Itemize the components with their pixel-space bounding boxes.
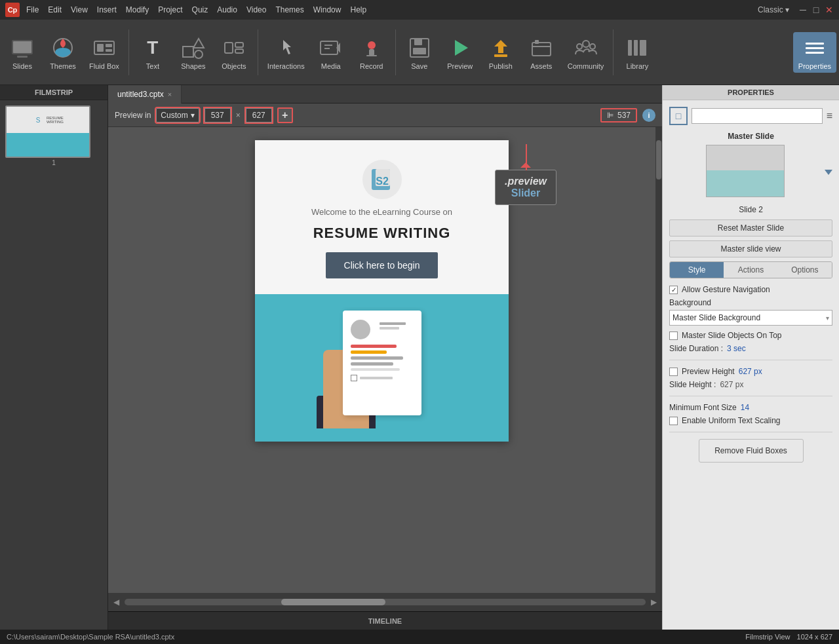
media-icon: [318, 35, 344, 61]
slides-label: Slides: [12, 62, 32, 70]
slide-begin-btn[interactable]: Click here to begin: [326, 252, 439, 278]
enable-scaling-checkbox[interactable]: [669, 417, 678, 425]
prop-square-btn[interactable]: □: [669, 107, 688, 125]
prop-list-icon[interactable]: ≡: [827, 110, 832, 122]
menu-themes[interactable]: Themes: [275, 5, 303, 14]
tab-actions[interactable]: Actions: [724, 262, 777, 278]
scroll-left-arrow[interactable]: ◀: [113, 597, 119, 607]
menu-video[interactable]: Video: [246, 5, 266, 14]
master-view-btn[interactable]: Master slide view: [669, 240, 832, 257]
tab-options[interactable]: Options: [778, 262, 832, 278]
toolbar-preview[interactable]: Preview: [440, 32, 480, 73]
master-slide-chevron[interactable]: [825, 170, 832, 175]
close-btn[interactable]: ✕: [825, 5, 834, 14]
svg-rect-25: [494, 54, 507, 57]
toolbar-fluid-box[interactable]: Fluid Box: [84, 32, 125, 73]
timeline-bar: TIMELINE: [108, 611, 662, 630]
menu-view[interactable]: View: [71, 5, 88, 14]
reset-master-btn[interactable]: Reset Master Slide: [669, 219, 832, 237]
toolbar-save[interactable]: Save: [400, 32, 439, 73]
preview-slider-indicator: ⊫ 537: [600, 108, 637, 123]
toolbar-shapes[interactable]: Shapes: [174, 32, 213, 73]
preview-label: Preview: [447, 62, 473, 70]
background-label: Background: [669, 298, 832, 307]
preview-height-checkbox[interactable]: [669, 368, 678, 376]
filmstrip-content: S RESUMEWRITING 1: [0, 100, 107, 630]
toolbar-objects[interactable]: Objects: [214, 32, 254, 73]
slide-duration-row: Slide Duration : 3 sec: [669, 344, 832, 353]
tab-close-btn[interactable]: ×: [168, 90, 172, 98]
preview-dropdown-arrow: ▾: [191, 111, 195, 120]
preview-dropdown-value: Custom: [161, 111, 187, 120]
menu-quiz[interactable]: Quiz: [192, 5, 208, 14]
toolbar-text[interactable]: T Text: [133, 32, 172, 73]
slide-height-row: Slide Height : 627 px: [669, 380, 832, 389]
toolbar-assets[interactable]: Assets: [522, 32, 561, 73]
menu-help[interactable]: Help: [350, 5, 366, 14]
svg-rect-22: [414, 39, 422, 45]
tooltip-text2: Slider: [505, 187, 547, 199]
menu-project[interactable]: Project: [158, 5, 182, 14]
toolbar-divider-3: [395, 29, 396, 75]
preview-width-input[interactable]: [205, 108, 231, 123]
menu-edit[interactable]: Edit: [48, 5, 62, 14]
scroll-right-arrow[interactable]: ▶: [651, 597, 657, 607]
enable-scaling-row: Enable Uniform Text Scaling: [669, 416, 832, 425]
prop-divider-1: [669, 360, 832, 360]
library-label: Library: [627, 62, 649, 70]
toolbar-record[interactable]: Record: [352, 32, 391, 73]
canvas-bottom-scroll: ◀ ▶: [108, 593, 662, 611]
preview-fit-btn[interactable]: +: [277, 107, 293, 123]
menu-insert[interactable]: Insert: [97, 5, 117, 14]
menu-audio[interactable]: Audio: [217, 5, 237, 14]
info-btn[interactable]: i: [642, 109, 655, 122]
maximize-btn[interactable]: □: [811, 5, 821, 14]
toolbar-slides[interactable]: Slides: [3, 32, 42, 73]
prop-name-input[interactable]: [692, 108, 823, 124]
interactions-label: Interactions: [267, 62, 305, 70]
toolbar-publish[interactable]: Publish: [481, 32, 520, 73]
filmstrip-item-1[interactable]: S RESUMEWRITING 1: [5, 105, 102, 166]
toolbar-interactions[interactable]: Interactions: [262, 32, 310, 73]
toolbar-themes[interactable]: Themes: [43, 32, 83, 73]
fluid-box-label: Fluid Box: [89, 62, 119, 70]
scroll-track[interactable]: [125, 599, 646, 605]
toolbar-community[interactable]: Community: [562, 32, 610, 73]
svg-marker-24: [455, 40, 468, 56]
master-objects-checkbox[interactable]: [669, 331, 678, 340]
svg-point-28: [583, 41, 589, 47]
slide-content: S2 Welcome to the eLearning Course on RE…: [255, 140, 509, 442]
minimize-btn[interactable]: ─: [798, 5, 808, 14]
preview-in-label: Preview in: [115, 111, 151, 120]
svg-rect-1: [13, 41, 31, 53]
svg-rect-31: [628, 40, 632, 56]
menu-window[interactable]: Window: [313, 5, 341, 14]
svg-rect-2: [17, 56, 28, 58]
toolbar-library[interactable]: Library: [617, 32, 657, 73]
toolbar-media[interactable]: Media: [311, 32, 351, 73]
menu-modify[interactable]: Modify: [126, 5, 149, 14]
preview-dropdown[interactable]: Custom ▾: [156, 108, 199, 123]
save-label: Save: [411, 62, 427, 70]
filmstrip-panel: FILMSTRIP S RESUMEWRITING 1: [0, 85, 108, 630]
media-label: Media: [321, 62, 341, 70]
classic-label[interactable]: Classic ▾: [758, 5, 789, 14]
publish-label: Publish: [489, 62, 513, 70]
menu-file[interactable]: File: [26, 5, 39, 14]
filmstrip-thumb-1: S RESUMEWRITING: [5, 105, 90, 158]
remove-fluid-boxes-btn[interactable]: Remove Fluid Boxes: [699, 439, 804, 463]
background-dropdown[interactable]: Master Slide Background ▾: [669, 310, 832, 326]
toolbar-properties[interactable]: Properties: [793, 32, 836, 73]
tab-style[interactable]: Style: [670, 262, 724, 278]
thumb-text: RESUMEWRITING: [47, 116, 64, 124]
prop-divider-2: [669, 396, 832, 396]
allow-gesture-checkbox[interactable]: [669, 286, 678, 294]
preview-height-input[interactable]: [246, 108, 272, 123]
scroll-thumb[interactable]: [656, 140, 661, 180]
toolbar-divider-4: [613, 29, 614, 75]
preview-height-value: 627 px: [739, 367, 762, 376]
svg-rect-6: [106, 44, 112, 47]
tab-name: untitled3.cptx: [117, 90, 164, 99]
tab-untitled[interactable]: untitled3.cptx ×: [108, 85, 182, 104]
svg-point-29: [577, 44, 582, 49]
